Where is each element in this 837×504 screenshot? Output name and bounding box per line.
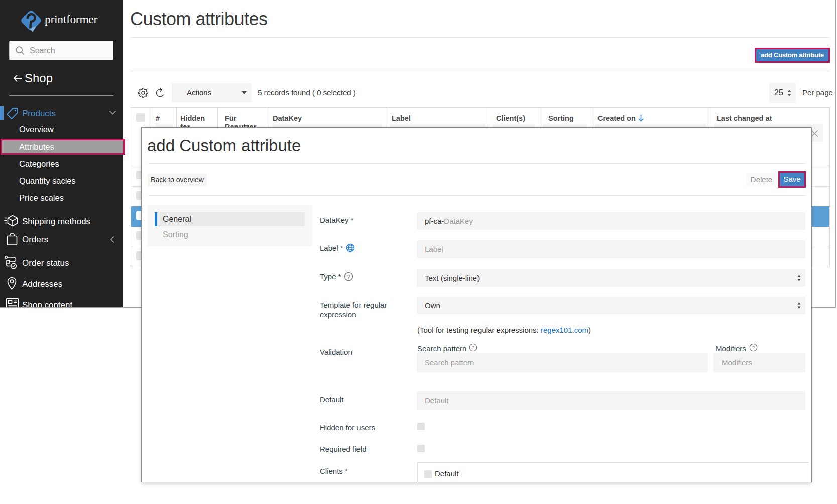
svg-text:?: ? xyxy=(752,345,755,350)
svg-text:?: ? xyxy=(472,345,475,350)
svg-text:?: ? xyxy=(347,274,350,280)
